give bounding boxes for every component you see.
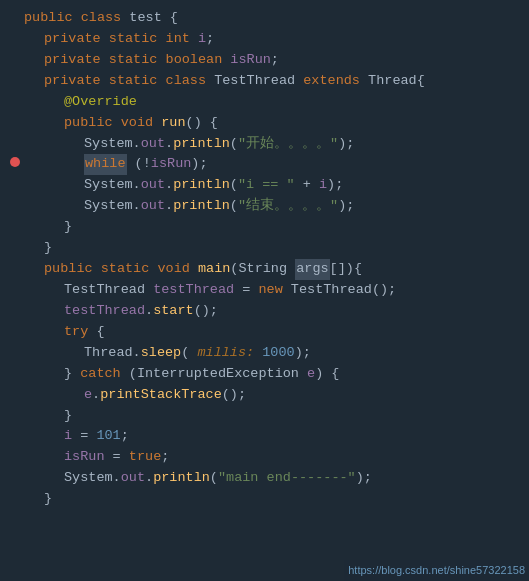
code-token: @Override bbox=[64, 92, 137, 113]
code-token: System bbox=[84, 196, 133, 217]
code-token: . bbox=[133, 196, 141, 217]
code-token: 1000 bbox=[262, 343, 294, 364]
code-token: println bbox=[173, 175, 230, 196]
code-line: System.out.println("i == " + i); bbox=[0, 175, 529, 196]
code-token: . bbox=[145, 301, 153, 322]
code-token: millis: bbox=[189, 343, 262, 364]
code-token: public bbox=[44, 259, 101, 280]
code-token: "main end-------" bbox=[218, 468, 356, 489]
code-token: new bbox=[258, 280, 290, 301]
code-token: boolean bbox=[166, 50, 231, 71]
code-token: . bbox=[113, 468, 121, 489]
code-line: public class test { bbox=[0, 8, 529, 29]
code-line: System.out.println("结束。。。。"); bbox=[0, 196, 529, 217]
code-token: . bbox=[133, 175, 141, 196]
code-token: String bbox=[238, 259, 295, 280]
line-gutter bbox=[6, 157, 24, 167]
code-token: ( bbox=[129, 364, 137, 385]
code-token: ); bbox=[191, 154, 207, 175]
code-token: } bbox=[64, 406, 72, 427]
code-editor: public class test {private static int i;… bbox=[0, 0, 529, 581]
code-token: ! bbox=[143, 154, 151, 175]
code-token: println bbox=[153, 468, 210, 489]
code-line: isRun = true; bbox=[0, 447, 529, 468]
code-token: . bbox=[133, 134, 141, 155]
code-token: () { bbox=[186, 113, 218, 134]
code-line: } bbox=[0, 217, 529, 238]
code-token: (); bbox=[194, 301, 218, 322]
code-token: i bbox=[319, 175, 327, 196]
code-line: public void run() { bbox=[0, 113, 529, 134]
code-token: = bbox=[234, 280, 258, 301]
code-token: . bbox=[165, 175, 173, 196]
code-line: i = 101; bbox=[0, 426, 529, 447]
code-token: isRun bbox=[230, 50, 271, 71]
code-line: System.out.println("开始。。。。"); bbox=[0, 134, 529, 155]
code-token: println bbox=[173, 196, 230, 217]
code-token: class bbox=[166, 71, 215, 92]
code-token: . bbox=[133, 343, 141, 364]
code-token: testThread bbox=[153, 280, 234, 301]
code-token: ( bbox=[210, 468, 218, 489]
code-token: (); bbox=[222, 385, 246, 406]
code-token: ; bbox=[121, 426, 129, 447]
code-token: { bbox=[96, 322, 104, 343]
code-token: TestThread bbox=[214, 71, 303, 92]
code-token: "i == " bbox=[238, 175, 295, 196]
code-token: catch bbox=[80, 364, 129, 385]
code-token: System bbox=[84, 175, 133, 196]
code-token: void bbox=[157, 259, 198, 280]
code-token: out bbox=[141, 134, 165, 155]
code-token: } bbox=[44, 489, 52, 510]
code-token: } bbox=[64, 364, 80, 385]
code-token: } bbox=[64, 217, 72, 238]
code-token: testThread bbox=[64, 301, 145, 322]
code-token: ( bbox=[230, 196, 238, 217]
code-line: TestThread testThread = new TestThread()… bbox=[0, 280, 529, 301]
code-token: ; bbox=[161, 447, 169, 468]
code-line: } catch (InterruptedException e) { bbox=[0, 364, 529, 385]
code-token: TestThread bbox=[64, 280, 153, 301]
code-token: System bbox=[64, 468, 113, 489]
code-token: static bbox=[109, 71, 166, 92]
code-token: extends bbox=[303, 71, 368, 92]
code-token: private bbox=[44, 29, 109, 50]
code-token: ; bbox=[271, 50, 279, 71]
code-token: public bbox=[64, 113, 121, 134]
code-line: e.printStackTrace(); bbox=[0, 385, 529, 406]
code-line: private static boolean isRun; bbox=[0, 50, 529, 71]
code-token: args bbox=[295, 259, 329, 280]
code-token: static bbox=[101, 259, 158, 280]
code-token: } bbox=[44, 238, 52, 259]
code-line: } bbox=[0, 406, 529, 427]
code-token: ( bbox=[127, 154, 143, 175]
code-token: []){ bbox=[330, 259, 362, 280]
code-line: Thread.sleep( millis: 1000); bbox=[0, 343, 529, 364]
code-token: try bbox=[64, 322, 96, 343]
code-token: ( bbox=[230, 175, 238, 196]
code-token: Thread bbox=[368, 71, 417, 92]
code-token: ); bbox=[338, 196, 354, 217]
code-token: . bbox=[92, 385, 100, 406]
code-token: . bbox=[145, 468, 153, 489]
code-token: private bbox=[44, 50, 109, 71]
code-token: "结束。。。。" bbox=[238, 196, 338, 217]
code-token: static bbox=[109, 29, 166, 50]
code-token: isRun bbox=[64, 447, 105, 468]
code-token: InterruptedException bbox=[137, 364, 307, 385]
code-token: = bbox=[105, 447, 129, 468]
code-token: while bbox=[84, 154, 127, 175]
code-token: ); bbox=[295, 343, 311, 364]
code-token: e bbox=[307, 364, 315, 385]
code-token: out bbox=[141, 175, 165, 196]
code-token: true bbox=[129, 447, 161, 468]
code-line: System.out.println("main end-------"); bbox=[0, 468, 529, 489]
code-line: private static int i; bbox=[0, 29, 529, 50]
breakpoint-icon bbox=[10, 157, 20, 167]
code-line: public static void main(String args[]){ bbox=[0, 259, 529, 280]
code-token: run bbox=[161, 113, 185, 134]
code-line: } bbox=[0, 238, 529, 259]
code-line: try { bbox=[0, 322, 529, 343]
code-token: println bbox=[173, 134, 230, 155]
code-token: = bbox=[72, 426, 96, 447]
